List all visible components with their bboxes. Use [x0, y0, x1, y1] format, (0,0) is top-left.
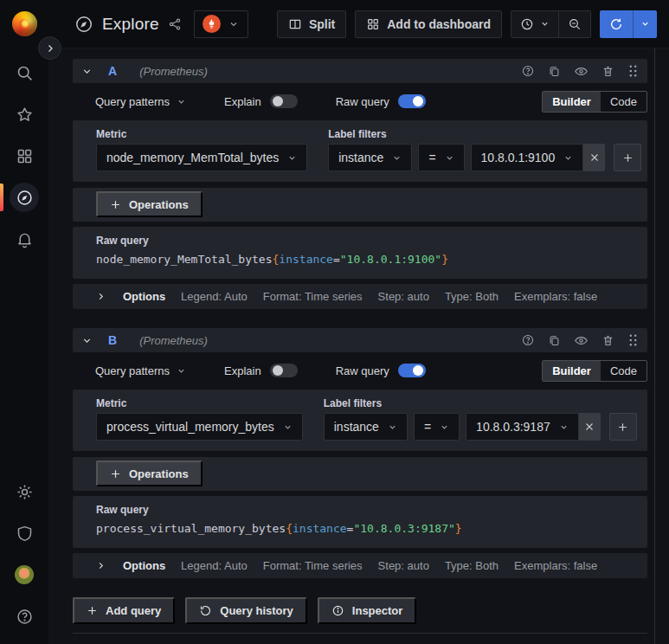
query-header: B (Prometheus) — [73, 328, 647, 352]
datasource-picker[interactable] — [194, 10, 248, 38]
query-options-row[interactable]: Options Legend: Auto Format: Time series… — [73, 284, 647, 309]
share-icon[interactable] — [168, 17, 182, 31]
query-ref-id: B — [108, 333, 117, 347]
raw-query-toggle[interactable] — [398, 364, 426, 377]
operations-row: Operations — [73, 188, 647, 222]
drag-handle-icon[interactable] — [627, 64, 639, 78]
add-operations-button[interactable]: Operations — [96, 460, 203, 486]
query-patterns-button[interactable]: Query patterns — [95, 364, 186, 377]
split-icon — [288, 17, 302, 31]
help-icon — [16, 608, 34, 626]
code-mode-option[interactable]: Code — [601, 92, 646, 112]
builder-mode-option[interactable]: Builder — [543, 361, 601, 381]
operations-label: Operations — [129, 198, 189, 211]
raw-query-text: process_virtual_memory_bytes{instance="1… — [96, 522, 647, 535]
raw-query-preview: Raw query process_virtual_memory_bytes{i… — [73, 496, 647, 548]
sidebar-item-settings[interactable] — [0, 471, 48, 512]
duplicate-query-icon[interactable] — [548, 334, 561, 347]
plus-icon — [87, 605, 98, 616]
sidebar-item-dashboards[interactable] — [0, 135, 48, 177]
collapse-chevron-icon[interactable] — [81, 335, 93, 346]
raw-close-brace: } — [455, 522, 462, 535]
explore-pane: A (Prometheus) Query patterns Explain Ra… — [48, 48, 669, 644]
add-to-dashboard-label: Add to dashboard — [387, 17, 491, 31]
inspector-button[interactable]: Inspector — [318, 597, 417, 624]
filter-operator-select[interactable]: = — [414, 413, 460, 441]
metric-label: Metric — [96, 128, 307, 140]
sidebar-item-search[interactable] — [0, 52, 48, 93]
explain-toggle[interactable] — [270, 94, 298, 108]
add-filter-button[interactable] — [614, 144, 641, 171]
disable-query-eye-icon[interactable] — [574, 333, 589, 348]
explore-footer: Add query Query history Inspector — [73, 597, 647, 624]
remove-filter-button[interactable] — [579, 413, 601, 441]
sidebar-item-explore[interactable] — [0, 177, 48, 218]
query-toolbar: Query patterns Explain Raw query Builder… — [73, 89, 647, 113]
zoom-out-time-button[interactable] — [558, 11, 590, 37]
remove-query-trash-icon[interactable] — [601, 334, 614, 347]
add-operations-button[interactable]: Operations — [96, 191, 203, 217]
remove-filter-button[interactable] — [583, 144, 605, 171]
chevron-down-icon — [640, 19, 650, 29]
drag-handle-icon[interactable] — [627, 333, 639, 347]
operations-label: Operations — [129, 467, 189, 480]
explore-compass-icon — [74, 15, 93, 34]
add-filter-button[interactable] — [609, 413, 637, 441]
sidebar-expand-button[interactable] — [38, 36, 61, 60]
metric-select[interactable]: node_memory_MemTotal_bytes — [96, 144, 307, 171]
filter-key-select[interactable]: instance — [328, 144, 412, 171]
run-query-button[interactable] — [600, 10, 633, 38]
sidebar — [0, 0, 48, 644]
filter-value-select[interactable]: 10.8.0.1:9100 — [471, 144, 584, 171]
options-step: Step: auto — [378, 290, 429, 303]
help-circle-icon[interactable] — [521, 333, 535, 347]
sidebar-item-starred[interactable] — [0, 93, 48, 135]
filter-value: 10.8.0.3:9187 — [476, 420, 550, 434]
code-mode-option[interactable]: Code — [601, 361, 646, 381]
raw-label-key: instance — [293, 522, 347, 535]
query-editor-row-a: A (Prometheus) Query patterns Explain Ra… — [73, 59, 647, 309]
add-query-button[interactable]: Add query — [73, 597, 175, 624]
plus-icon — [110, 199, 121, 210]
chevron-down-icon — [388, 422, 397, 432]
filter-key-value: instance — [338, 151, 383, 164]
raw-query-toggle[interactable] — [398, 94, 426, 108]
dashboards-icon — [16, 147, 34, 165]
help-circle-icon[interactable] — [521, 64, 535, 78]
collapse-chevron-icon[interactable] — [81, 66, 93, 77]
query-patterns-button[interactable]: Query patterns — [95, 95, 186, 108]
history-icon — [199, 604, 212, 617]
label-filters-label: Label filters — [324, 397, 637, 409]
editor-mode-switcher: Builder Code — [542, 91, 647, 113]
query-history-button[interactable]: Query history — [185, 597, 307, 624]
explore-compass-icon — [16, 189, 34, 207]
remove-query-trash-icon[interactable] — [601, 65, 614, 78]
builder-mode-option[interactable]: Builder — [543, 92, 601, 112]
filter-key-select[interactable]: instance — [324, 413, 408, 441]
operations-row: Operations — [73, 457, 647, 491]
duplicate-query-icon[interactable] — [548, 65, 561, 78]
sidebar-item-profile[interactable] — [0, 554, 48, 596]
refresh-icon — [609, 17, 623, 31]
sidebar-item-alerting[interactable] — [0, 218, 48, 260]
close-icon — [584, 422, 595, 432]
add-to-dashboard-button[interactable]: Add to dashboard — [355, 10, 502, 38]
filter-value-select[interactable]: 10.8.0.3:9187 — [466, 413, 579, 441]
sidebar-item-server-admin[interactable] — [0, 512, 48, 554]
grafana-logo[interactable] — [12, 11, 37, 36]
filter-operator-select[interactable]: = — [418, 144, 464, 171]
sidebar-item-help[interactable] — [0, 596, 48, 637]
metric-select[interactable]: process_virtual_memory_bytes — [96, 413, 303, 441]
run-query-interval-button[interactable] — [633, 10, 657, 38]
options-label: Options — [123, 290, 165, 303]
split-button[interactable]: Split — [277, 10, 346, 38]
explain-label: Explain — [224, 95, 261, 108]
explain-toggle[interactable] — [270, 364, 298, 377]
query-datasource-label: (Prometheus) — [139, 65, 208, 78]
vertical-scrollbar[interactable] — [654, 48, 655, 644]
filter-value: 10.8.0.1:9100 — [481, 151, 556, 164]
disable-query-eye-icon[interactable] — [574, 64, 589, 79]
query-options-row[interactable]: Options Legend: Auto Format: Time series… — [73, 553, 647, 578]
time-picker-button[interactable] — [511, 11, 558, 37]
raw-label-key: instance — [279, 253, 333, 266]
